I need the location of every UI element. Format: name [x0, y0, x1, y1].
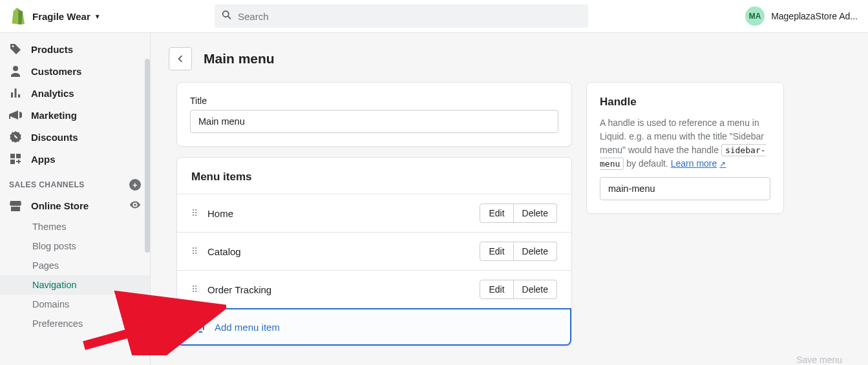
menu-items-heading: Menu items [177, 158, 571, 194]
menu-item-row: ⠿ Home Edit Delete [177, 194, 571, 232]
edit-button[interactable]: Edit [480, 280, 513, 299]
sidebar-item-products[interactable]: Products [0, 38, 150, 60]
add-dashed-icon: + [193, 321, 204, 333]
avatar: MA [745, 6, 765, 26]
delete-button[interactable]: Delete [514, 280, 557, 299]
section-title-sales-channels: SALES CHANNELS + [0, 170, 150, 194]
sidebar-item-online-store[interactable]: Online Store [0, 194, 150, 217]
store-icon [9, 200, 22, 213]
handle-description: A handle is used to reference a menu in … [600, 116, 770, 171]
external-link-icon: ↗ [719, 158, 726, 170]
handle-card: Handle A handle is used to reference a m… [586, 82, 784, 214]
handle-heading: Handle [600, 96, 770, 109]
person-icon [9, 65, 22, 78]
title-label: Title [190, 96, 558, 106]
sidebar-label: Analytics [31, 88, 74, 99]
add-channel-button[interactable]: + [129, 179, 141, 191]
back-button[interactable] [169, 47, 192, 70]
sidebar-label: Discounts [31, 132, 78, 143]
add-menu-item-button[interactable]: + Add menu item [177, 308, 571, 346]
scrollbar[interactable] [145, 59, 150, 253]
delete-button[interactable]: Delete [514, 203, 557, 223]
bars-icon [9, 87, 22, 99]
sidebar-label: Apps [31, 154, 56, 165]
drag-handle-icon[interactable]: ⠿ [191, 284, 197, 295]
subnav-blog-posts[interactable]: Blog posts [0, 236, 150, 256]
subnav-navigation[interactable]: Navigation [0, 275, 150, 295]
subnav-pages[interactable]: Pages [0, 256, 150, 275]
shopify-logo-icon [10, 8, 26, 25]
add-menu-item-label: Add menu item [215, 322, 280, 333]
drag-handle-icon[interactable]: ⠿ [191, 208, 197, 218]
menu-items-card: Menu items ⠿ Home Edit Delete ⠿ Catalog [176, 157, 572, 346]
delete-button[interactable]: Delete [514, 242, 557, 261]
subnav-themes[interactable]: Themes [0, 217, 150, 236]
horn-icon [9, 109, 22, 121]
sidebar-label: Marketing [31, 110, 77, 121]
menu-item-label: Order Tracking [207, 284, 480, 295]
store-name: Fragile Wear [32, 11, 90, 22]
edit-button[interactable]: Edit [480, 203, 513, 223]
learn-more-link[interactable]: Learn more ↗ [671, 157, 726, 171]
handle-input[interactable] [600, 177, 770, 200]
arrow-left-icon [175, 53, 186, 65]
badge-icon [9, 130, 22, 143]
edit-button[interactable]: Edit [480, 242, 513, 261]
sidebar-item-discounts[interactable]: Discounts [0, 126, 150, 148]
sidebar-item-analytics[interactable]: Analytics [0, 82, 150, 104]
sidebar-label: Products [31, 44, 73, 55]
caret-down-icon: ▼ [94, 13, 101, 20]
title-card: Title [176, 82, 572, 147]
user-menu[interactable]: MA MageplazaStore Ad... [745, 6, 858, 26]
search-input[interactable] [215, 5, 588, 28]
drag-handle-icon[interactable]: ⠿ [191, 246, 197, 256]
grid-icon [9, 152, 22, 165]
sidebar-label: Customers [31, 66, 81, 77]
menu-item-row: ⠿ Order Tracking Edit Delete [177, 270, 571, 308]
subnav-domains[interactable]: Domains [0, 295, 150, 314]
menu-item-label: Home [207, 208, 480, 219]
page-title: Main menu [204, 51, 275, 67]
menu-item-row: ⠿ Catalog Edit Delete [177, 232, 571, 270]
save-menu-button[interactable]: Save menu [796, 355, 842, 365]
tag-icon [9, 43, 22, 56]
view-store-icon[interactable] [129, 199, 141, 213]
sidebar-item-customers[interactable]: Customers [0, 60, 150, 82]
search-icon [221, 10, 233, 23]
subnav-preferences[interactable]: Preferences [0, 314, 150, 333]
sidebar-label: Online Store [31, 200, 89, 211]
menu-title-input[interactable] [190, 110, 558, 133]
menu-item-label: Catalog [207, 246, 480, 257]
sidebar-item-marketing[interactable]: Marketing [0, 104, 150, 126]
user-name: MageplazaStore Ad... [771, 11, 858, 21]
sidebar-item-apps[interactable]: Apps [0, 148, 150, 170]
store-switcher[interactable]: Fragile Wear ▼ [10, 8, 101, 25]
